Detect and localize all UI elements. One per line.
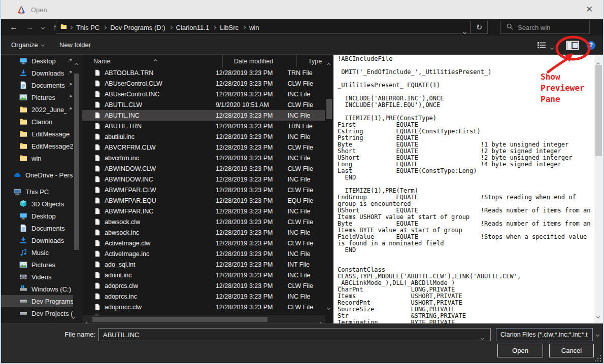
file-row-activeimage-inc[interactable]: ActiveImage.inc12/28/2019 3:23 PMINC Fil… bbox=[82, 248, 325, 259]
column-header-date-modified[interactable]: Date modified bbox=[223, 55, 297, 67]
view-list-icon[interactable] bbox=[537, 42, 546, 50]
file-type-select[interactable]: Clarion Files (*.clw;*.inc;*.int;*.t bbox=[496, 328, 593, 341]
sidebar-item-onedrive-personal[interactable]: OneDrive - Personal bbox=[1, 169, 73, 181]
help-icon[interactable]: ? bbox=[587, 41, 595, 50]
sidebar-item-pictures[interactable]: Pictures bbox=[1, 259, 73, 271]
sidebar-scroll-up-icon[interactable] bbox=[75, 59, 78, 68]
resize-grip[interactable] bbox=[594, 355, 601, 362]
breadcrumb-segment-libsrc[interactable]: LibSrc bbox=[218, 24, 241, 31]
file-date-cell: 12/28/2019 3:23 PM bbox=[216, 261, 288, 268]
file-row-abusercontrol-clw[interactable]: ABUserControl.CLW12/28/2019 3:23 PMCLW F… bbox=[82, 78, 325, 89]
file-row-abutil-trn[interactable]: ABUTIL.TRN12/28/2019 3:23 PMTRN File bbox=[82, 121, 325, 131]
breadcrumb-segment-dev-programs-d[interactable]: Dev Programs (D:) bbox=[108, 24, 167, 31]
sidebar-item-this-pc[interactable]: This PC bbox=[1, 186, 73, 198]
scroll-up-icon[interactable] bbox=[327, 59, 330, 68]
refresh-button[interactable]: ↻ bbox=[471, 21, 488, 34]
file-row-activeimage-clw[interactable]: ActiveImage.clw12/28/2019 3:23 PMCLW Fil… bbox=[82, 238, 325, 248]
sidebar-item-documents[interactable]: Documents bbox=[1, 79, 73, 91]
breadcrumb-segment-clarion11-1[interactable]: Clarion11.1 bbox=[174, 24, 212, 31]
open-button[interactable]: Open bbox=[497, 344, 543, 357]
file-row-abwsock-inc[interactable]: abwsock.inc12/28/2019 3:23 PMINC File bbox=[82, 227, 325, 238]
sidebar-scroll-down-icon[interactable] bbox=[72, 311, 75, 320]
file-row-abutil-clw[interactable]: ABUTIL.CLW9/1/2020 10:51 AMCLW File bbox=[82, 99, 325, 110]
hscrollbar-thumb[interactable] bbox=[92, 317, 267, 322]
cancel-button[interactable]: Cancel bbox=[549, 344, 594, 357]
file-list-hscrollbar[interactable] bbox=[82, 315, 325, 323]
document-icon bbox=[19, 224, 27, 232]
sidebar-item-dev-programs-d[interactable]: Dev Programs (D:) bbox=[1, 295, 73, 307]
sidebar-item-label: Downloads bbox=[31, 237, 73, 244]
sidebar-item-videos[interactable]: Videos bbox=[1, 271, 73, 283]
column-header-name[interactable]: Name bbox=[82, 55, 223, 67]
new-folder-button[interactable]: New folder bbox=[59, 41, 91, 49]
sidebar-item-2022-june-al[interactable]: 2022_June_Al bbox=[1, 103, 73, 116]
file-row-abwindow-inc[interactable]: ABWINDOW.INC12/28/2019 3:23 PMINC File bbox=[82, 174, 325, 185]
preview-scroll-down-icon[interactable] bbox=[597, 311, 599, 320]
breadcrumb-bar[interactable]: This PCDev Programs (D:)Clarion11.1LibSr… bbox=[56, 21, 471, 34]
forward-button[interactable]: → bbox=[22, 19, 38, 35]
sidebar-item-desktop[interactable]: Desktop bbox=[1, 210, 73, 222]
sidebar-item-music[interactable]: Music bbox=[1, 246, 73, 259]
vscrollbar-thumb[interactable] bbox=[326, 99, 332, 119]
sidebar-item-dev-projects-e[interactable]: Dev Projects (E:) bbox=[1, 307, 73, 319]
file-row-abvcrfrm-clw[interactable]: ABVCRFRM.CLW12/28/2019 3:23 PMCLW File bbox=[82, 142, 325, 153]
file-row-abutil-inc[interactable]: ABUTIL.INC12/28/2019 3:23 PMINC File bbox=[82, 110, 325, 121]
column-header-type[interactable]: Type bbox=[297, 55, 325, 67]
file-name-dropdown-chevron[interactable] bbox=[481, 333, 484, 342]
file-type-cell: INC File bbox=[287, 155, 325, 162]
breadcrumb: This PCDev Programs (D:)Clarion11.1LibSr… bbox=[68, 24, 261, 31]
file-row-abusercontrol-inc[interactable]: ABUserControl.INC12/28/2019 3:23 PMINC F… bbox=[82, 89, 325, 99]
file-name-cell: abutilui.inc bbox=[105, 133, 216, 140]
sidebar-scrollbar-thumb[interactable] bbox=[74, 74, 79, 250]
file-row-adoprcs-inc[interactable]: adoprcs.inc12/28/2019 3:23 PMINC File bbox=[82, 291, 325, 302]
file-row-abtoolba-trn[interactable]: ABTOOLBA.TRN12/28/2019 3:23 PMTRN File bbox=[82, 67, 325, 78]
file-name-input[interactable] bbox=[98, 328, 491, 341]
preview-scrollbar-thumb[interactable] bbox=[595, 65, 602, 156]
recent-locations-chevron[interactable] bbox=[38, 19, 48, 35]
file-row-abwmfpar-equ[interactable]: ABWMFPAR.EQU12/28/2019 3:23 PMEQU File bbox=[82, 195, 325, 206]
sidebar-item-label: EditMessage bbox=[31, 130, 73, 138]
sidebar-item-editmessage[interactable]: EditMessage bbox=[1, 128, 73, 140]
search-box[interactable]: Search win bbox=[500, 21, 590, 34]
file-type-cell: TRN File bbox=[287, 69, 325, 77]
sidebar-item-windows-c[interactable]: Windows (C:) bbox=[1, 283, 73, 295]
file-date-cell: 9/1/2020 10:51 AM bbox=[216, 101, 288, 108]
file-type-cell: EQU File bbox=[287, 197, 325, 204]
sidebar-item-downloads[interactable]: Downloads bbox=[1, 67, 73, 79]
file-name-cell: ABUTIL.INC bbox=[105, 112, 216, 119]
sidebar-item-documents[interactable]: Documents bbox=[1, 222, 73, 234]
organize-menu[interactable]: Organize bbox=[11, 41, 44, 49]
file-row-abvcrfrm-inc[interactable]: abvcrfrm.inc12/28/2019 3:23 PMINC File bbox=[82, 153, 325, 163]
annotation-line: Show bbox=[541, 71, 585, 83]
file-row-abwsock-clw[interactable]: abwsock.clw12/28/2019 3:23 PMCLW File bbox=[82, 216, 325, 227]
file-row-ado-sql-int[interactable]: ado_sql.int12/28/2019 3:23 PMINT File bbox=[82, 259, 325, 270]
sidebar-item-downloads[interactable]: Downloads bbox=[1, 234, 73, 246]
preview-scrollbar[interactable] bbox=[594, 55, 603, 323]
close-icon[interactable]: ✕ bbox=[582, 4, 597, 16]
sidebar-item-desktop[interactable]: Desktop bbox=[1, 55, 73, 67]
back-button[interactable]: ← bbox=[6, 19, 21, 35]
file-date-cell: 12/28/2019 3:23 PM bbox=[216, 176, 288, 183]
scroll-down-icon[interactable] bbox=[327, 302, 330, 311]
file-row-adoprcs-clw[interactable]: adoprcs.clw12/28/2019 3:23 PMCLW File bbox=[82, 280, 325, 291]
sidebar-item-3d-objects[interactable]: 3D Objects bbox=[1, 198, 73, 210]
sidebar-item-editmessage2022[interactable]: EditMessage2022 bbox=[1, 140, 73, 152]
breadcrumb-segment-this-pc[interactable]: This PC bbox=[74, 24, 102, 31]
file-icon bbox=[94, 143, 101, 151]
breadcrumb-segment-win[interactable]: win bbox=[247, 24, 261, 31]
file-row-abwmfpar-clw[interactable]: ABWMFPAR.CLW12/28/2019 3:23 PMCLW File bbox=[82, 185, 325, 195]
file-row-adoprocc-clw[interactable]: adoprocc.clw12/28/2019 3:23 PMCLW File bbox=[82, 302, 325, 312]
sidebar-item-win[interactable]: win bbox=[1, 152, 73, 164]
address-dropdown-chevron[interactable] bbox=[463, 26, 466, 35]
sidebar-item-clarion[interactable]: Clarion bbox=[1, 116, 73, 128]
preview-pane-button[interactable] bbox=[566, 41, 579, 52]
file-row-abutilui-inc[interactable]: abutilui.inc12/28/2019 3:23 PMINC File bbox=[82, 131, 325, 142]
file-list-vscrollbar[interactable] bbox=[325, 55, 333, 315]
sidebar-item-tools-f[interactable]: Tools (F:) bbox=[1, 319, 73, 323]
view-options-chevron[interactable] bbox=[551, 43, 553, 51]
file-row-abwindow-clw[interactable]: ABWINDOW.CLW12/28/2019 3:23 PMCLW File bbox=[82, 163, 325, 174]
file-row-adoint-inc[interactable]: adoint.inc12/28/2019 3:23 PMINC File bbox=[82, 270, 325, 280]
sidebar-item-pictures[interactable]: Pictures bbox=[1, 91, 73, 103]
sidebar-item-label: 2022_June_Al bbox=[31, 106, 66, 114]
file-row-abwmfpar-inc[interactable]: ABWMFPAR.INC12/28/2019 3:23 PMINC File bbox=[82, 206, 325, 216]
